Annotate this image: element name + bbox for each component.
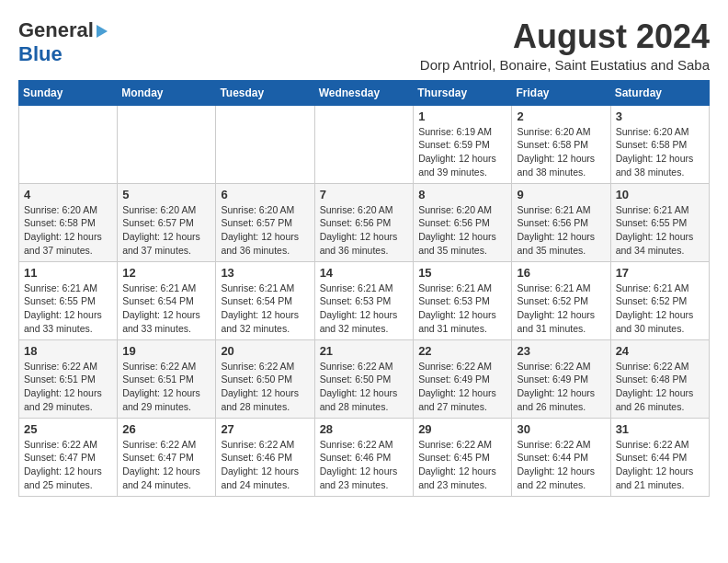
day-number: 23 bbox=[517, 344, 605, 358]
calendar-cell: 10Sunrise: 6:21 AM Sunset: 6:55 PM Dayli… bbox=[610, 183, 709, 261]
day-number: 8 bbox=[418, 188, 506, 201]
calendar-cell: 18Sunrise: 6:22 AM Sunset: 6:51 PM Dayli… bbox=[19, 339, 118, 418]
day-number: 26 bbox=[122, 422, 210, 436]
calendar-cell: 23Sunrise: 6:22 AM Sunset: 6:49 PM Dayli… bbox=[512, 339, 610, 418]
day-info: Sunrise: 6:20 AM Sunset: 6:56 PM Dayligh… bbox=[320, 203, 409, 258]
logo-arrow-icon bbox=[97, 25, 108, 38]
calendar-cell: 6Sunrise: 6:20 AM Sunset: 6:57 PM Daylig… bbox=[216, 183, 314, 261]
calendar-cell: 21Sunrise: 6:22 AM Sunset: 6:50 PM Dayli… bbox=[314, 339, 414, 418]
logo-text-general: General bbox=[18, 18, 94, 42]
weekday-header-tuesday: Tuesday bbox=[216, 80, 314, 105]
calendar-cell: 20Sunrise: 6:22 AM Sunset: 6:50 PM Dayli… bbox=[216, 339, 314, 418]
calendar-cell: 11Sunrise: 6:21 AM Sunset: 6:55 PM Dayli… bbox=[19, 261, 118, 339]
day-info: Sunrise: 6:19 AM Sunset: 6:59 PM Dayligh… bbox=[418, 125, 506, 179]
calendar-cell: 1Sunrise: 6:19 AM Sunset: 6:59 PM Daylig… bbox=[414, 105, 512, 183]
calendar-cell: 8Sunrise: 6:20 AM Sunset: 6:56 PM Daylig… bbox=[414, 183, 512, 261]
calendar-cell: 5Sunrise: 6:20 AM Sunset: 6:57 PM Daylig… bbox=[118, 183, 216, 261]
day-info: Sunrise: 6:22 AM Sunset: 6:46 PM Dayligh… bbox=[320, 438, 409, 492]
calendar-cell: 15Sunrise: 6:21 AM Sunset: 6:53 PM Dayli… bbox=[414, 261, 512, 339]
day-info: Sunrise: 6:21 AM Sunset: 6:52 PM Dayligh… bbox=[517, 282, 605, 336]
day-info: Sunrise: 6:22 AM Sunset: 6:50 PM Dayligh… bbox=[221, 360, 309, 414]
weekday-header-wednesday: Wednesday bbox=[314, 80, 414, 105]
day-number: 18 bbox=[24, 344, 112, 358]
day-info: Sunrise: 6:21 AM Sunset: 6:52 PM Dayligh… bbox=[616, 282, 704, 336]
day-info: Sunrise: 6:22 AM Sunset: 6:44 PM Dayligh… bbox=[616, 438, 704, 492]
calendar-cell: 31Sunrise: 6:22 AM Sunset: 6:44 PM Dayli… bbox=[610, 418, 709, 496]
calendar-week-row: 11Sunrise: 6:21 AM Sunset: 6:55 PM Dayli… bbox=[19, 261, 710, 339]
day-info: Sunrise: 6:21 AM Sunset: 6:56 PM Dayligh… bbox=[517, 203, 605, 258]
calendar-cell: 26Sunrise: 6:22 AM Sunset: 6:47 PM Dayli… bbox=[118, 418, 216, 496]
day-number: 29 bbox=[418, 422, 506, 436]
calendar-cell: 13Sunrise: 6:21 AM Sunset: 6:54 PM Dayli… bbox=[216, 261, 314, 339]
weekday-header-saturday: Saturday bbox=[610, 80, 709, 105]
day-number: 28 bbox=[320, 422, 409, 436]
day-number: 24 bbox=[616, 344, 704, 358]
calendar-cell: 4Sunrise: 6:20 AM Sunset: 6:58 PM Daylig… bbox=[19, 183, 118, 261]
calendar-cell: 30Sunrise: 6:22 AM Sunset: 6:44 PM Dayli… bbox=[512, 418, 610, 496]
calendar-cell: 25Sunrise: 6:22 AM Sunset: 6:47 PM Dayli… bbox=[19, 418, 118, 496]
day-info: Sunrise: 6:22 AM Sunset: 6:49 PM Dayligh… bbox=[418, 360, 506, 414]
day-info: Sunrise: 6:21 AM Sunset: 6:53 PM Dayligh… bbox=[320, 282, 409, 336]
day-info: Sunrise: 6:21 AM Sunset: 6:53 PM Dayligh… bbox=[418, 282, 506, 336]
calendar-cell: 28Sunrise: 6:22 AM Sunset: 6:46 PM Dayli… bbox=[314, 418, 414, 496]
day-number: 27 bbox=[221, 422, 309, 436]
calendar-cell: 9Sunrise: 6:21 AM Sunset: 6:56 PM Daylig… bbox=[512, 183, 610, 261]
day-info: Sunrise: 6:22 AM Sunset: 6:50 PM Dayligh… bbox=[320, 360, 409, 414]
calendar-cell: 3Sunrise: 6:20 AM Sunset: 6:58 PM Daylig… bbox=[610, 105, 709, 183]
day-info: Sunrise: 6:21 AM Sunset: 6:54 PM Dayligh… bbox=[122, 282, 210, 336]
month-year-title: August 2024 bbox=[420, 18, 710, 55]
calendar-cell bbox=[216, 105, 314, 183]
day-number: 25 bbox=[24, 422, 112, 436]
day-number: 4 bbox=[24, 188, 112, 201]
day-number: 19 bbox=[122, 344, 210, 358]
day-number: 12 bbox=[122, 266, 210, 280]
weekday-header-monday: Monday bbox=[118, 80, 216, 105]
logo-text-blue: Blue bbox=[18, 42, 63, 65]
calendar-cell: 12Sunrise: 6:21 AM Sunset: 6:54 PM Dayli… bbox=[118, 261, 216, 339]
day-number: 15 bbox=[418, 266, 506, 280]
weekday-header-thursday: Thursday bbox=[414, 80, 512, 105]
calendar-cell: 27Sunrise: 6:22 AM Sunset: 6:46 PM Dayli… bbox=[216, 418, 314, 496]
day-info: Sunrise: 6:21 AM Sunset: 6:55 PM Dayligh… bbox=[616, 203, 704, 258]
day-number: 9 bbox=[517, 188, 605, 201]
day-info: Sunrise: 6:22 AM Sunset: 6:44 PM Dayligh… bbox=[517, 438, 605, 492]
day-info: Sunrise: 6:20 AM Sunset: 6:58 PM Dayligh… bbox=[517, 125, 605, 179]
day-number: 17 bbox=[616, 266, 704, 280]
day-info: Sunrise: 6:20 AM Sunset: 6:57 PM Dayligh… bbox=[221, 203, 309, 258]
day-number: 2 bbox=[517, 109, 605, 123]
calendar-week-row: 18Sunrise: 6:22 AM Sunset: 6:51 PM Dayli… bbox=[19, 339, 710, 418]
day-info: Sunrise: 6:21 AM Sunset: 6:55 PM Dayligh… bbox=[24, 282, 112, 336]
day-number: 20 bbox=[221, 344, 309, 358]
day-info: Sunrise: 6:21 AM Sunset: 6:54 PM Dayligh… bbox=[221, 282, 309, 336]
calendar-cell: 14Sunrise: 6:21 AM Sunset: 6:53 PM Dayli… bbox=[314, 261, 414, 339]
day-info: Sunrise: 6:22 AM Sunset: 6:51 PM Dayligh… bbox=[24, 360, 112, 414]
calendar-week-row: 1Sunrise: 6:19 AM Sunset: 6:59 PM Daylig… bbox=[19, 105, 710, 183]
calendar-week-row: 25Sunrise: 6:22 AM Sunset: 6:47 PM Dayli… bbox=[19, 418, 710, 496]
day-info: Sunrise: 6:22 AM Sunset: 6:49 PM Dayligh… bbox=[517, 360, 605, 414]
day-info: Sunrise: 6:22 AM Sunset: 6:47 PM Dayligh… bbox=[24, 438, 112, 492]
day-number: 10 bbox=[616, 188, 704, 201]
calendar-cell: 17Sunrise: 6:21 AM Sunset: 6:52 PM Dayli… bbox=[610, 261, 709, 339]
calendar-week-row: 4Sunrise: 6:20 AM Sunset: 6:58 PM Daylig… bbox=[19, 183, 710, 261]
day-info: Sunrise: 6:20 AM Sunset: 6:58 PM Dayligh… bbox=[24, 203, 112, 258]
weekday-header-sunday: Sunday bbox=[19, 80, 118, 105]
calendar-cell: 22Sunrise: 6:22 AM Sunset: 6:49 PM Dayli… bbox=[414, 339, 512, 418]
calendar-cell: 16Sunrise: 6:21 AM Sunset: 6:52 PM Dayli… bbox=[512, 261, 610, 339]
calendar-cell: 2Sunrise: 6:20 AM Sunset: 6:58 PM Daylig… bbox=[512, 105, 610, 183]
calendar-cell: 29Sunrise: 6:22 AM Sunset: 6:45 PM Dayli… bbox=[414, 418, 512, 496]
day-info: Sunrise: 6:22 AM Sunset: 6:45 PM Dayligh… bbox=[418, 438, 506, 492]
logo: General Blue bbox=[18, 18, 108, 66]
calendar-cell bbox=[314, 105, 414, 183]
day-number: 31 bbox=[616, 422, 704, 436]
calendar-cell: 7Sunrise: 6:20 AM Sunset: 6:56 PM Daylig… bbox=[314, 183, 414, 261]
day-number: 14 bbox=[320, 266, 409, 280]
weekday-header-friday: Friday bbox=[512, 80, 610, 105]
day-info: Sunrise: 6:20 AM Sunset: 6:58 PM Dayligh… bbox=[616, 125, 704, 179]
day-info: Sunrise: 6:22 AM Sunset: 6:51 PM Dayligh… bbox=[122, 360, 210, 414]
day-info: Sunrise: 6:20 AM Sunset: 6:56 PM Dayligh… bbox=[418, 203, 506, 258]
calendar-cell: 24Sunrise: 6:22 AM Sunset: 6:48 PM Dayli… bbox=[610, 339, 709, 418]
day-number: 21 bbox=[320, 344, 409, 358]
day-number: 7 bbox=[320, 188, 409, 201]
day-number: 5 bbox=[122, 188, 210, 201]
calendar-cell bbox=[118, 105, 216, 183]
